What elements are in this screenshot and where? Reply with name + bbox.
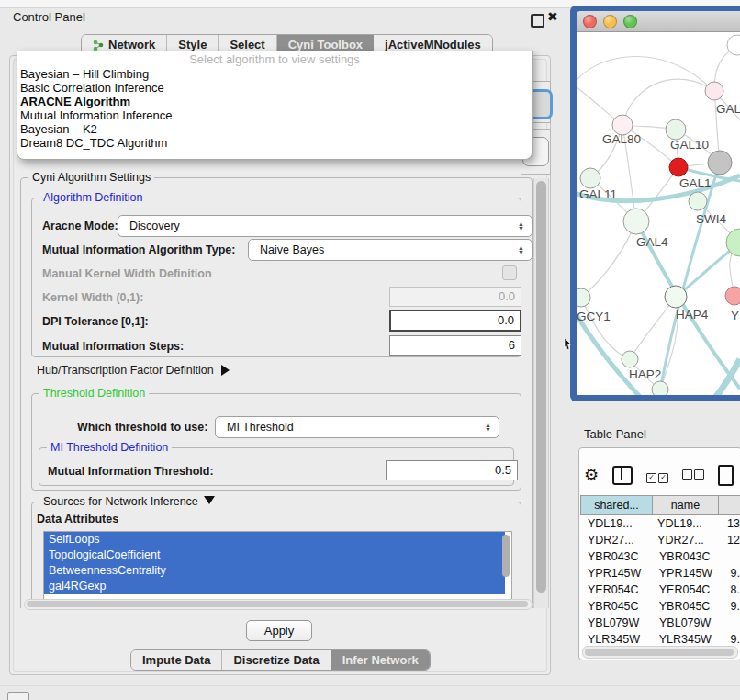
network-node-hap2[interactable] — [622, 351, 638, 367]
network-node-y[interactable] — [725, 287, 740, 305]
table-row[interactable]: YPR145WYPR145W9. — [580, 565, 740, 581]
network-node-gal4[interactable] — [623, 209, 649, 234]
network-node-label: GAL — [716, 102, 740, 116]
table-panel-title: Table Panel — [584, 427, 646, 441]
hub-definition-toggle[interactable]: Hub/Transcription Factor Definition — [37, 364, 230, 377]
column-header-cut[interactable] — [719, 495, 740, 515]
attribute-item[interactable]: gal4RGexp — [44, 579, 505, 594]
table-cell: YDL19... — [580, 515, 654, 532]
which-threshold-combo[interactable]: MI Threshold ▲▼ — [215, 416, 499, 438]
columns-icon[interactable] — [612, 466, 633, 485]
threshold-definition-title: Threshold Definition — [39, 387, 149, 400]
tab-infer-network[interactable]: Infer Network — [331, 650, 430, 670]
top-strip-divider — [196, 0, 196, 7]
table-cell: YLR345W — [580, 631, 656, 645]
settings-vscrollbar-thumb[interactable] — [536, 181, 546, 593]
mi-type-combo[interactable]: Naive Bayes ▲▼ — [248, 239, 533, 261]
table-cell: YBR043C — [580, 548, 656, 565]
float-window-icon[interactable] — [531, 14, 544, 28]
minimize-traffic-light[interactable] — [603, 15, 617, 28]
manual-kernel-checkbox[interactable] — [502, 265, 517, 280]
network-node-label: GAL1 — [679, 176, 712, 190]
network-node-gcy1[interactable] — [577, 288, 590, 307]
table-row[interactable]: YLR345WYLR345W9. — [580, 631, 740, 645]
deselect-all-columns-icon[interactable] — [682, 467, 704, 483]
dpi-tolerance-input[interactable]: 0.0 — [389, 310, 521, 332]
select-all-columns-icon[interactable]: ✓✓ — [646, 467, 668, 483]
combo-arrows-icon: ▲▼ — [485, 423, 491, 432]
settings-hscrollbar-track[interactable] — [24, 599, 533, 610]
settings-vscrollbar-track[interactable] — [533, 178, 549, 608]
network-node[interactable] — [727, 35, 740, 55]
algorithm-option[interactable]: Bayesian – K2 — [17, 122, 532, 136]
table-cell: YBR043C — [656, 548, 727, 565]
table-cell: YER054C — [580, 581, 656, 598]
manual-kernel-label: Manual Kernel Width Definition — [42, 267, 212, 280]
attribute-item[interactable]: SelfLoops — [44, 532, 505, 548]
network-node-label: Y — [731, 309, 739, 322]
screenshot-root: Control Panel ✖ Network Style Select Cyn… — [0, 0, 740, 700]
network-node[interactable] — [708, 151, 732, 175]
network-node-gal1[interactable] — [669, 158, 688, 176]
apply-button[interactable]: Apply — [246, 620, 312, 641]
network-node-hap4[interactable] — [665, 286, 687, 308]
attributes-scrollbar-thumb[interactable] — [502, 535, 510, 577]
network-view[interactable]: GALGAL80GAL10GAL1GAL11SWI4GAL4GCY1HAP4YH… — [577, 32, 740, 395]
network-edge — [577, 56, 714, 91]
algorithm-option[interactable]: ARACNE Algorithm — [17, 95, 532, 108]
aracne-mode-value: Discovery — [129, 220, 180, 232]
attribute-item[interactable]: TopologicalCoefficient — [44, 548, 505, 563]
mi-steps-input[interactable]: 6 — [389, 335, 521, 356]
settings-hscrollbar-thumb[interactable] — [27, 601, 528, 607]
mi-type-label: Mutual Information Algorithm Type: — [42, 243, 235, 256]
attribute-item[interactable]: BetweennessCentrality — [44, 563, 505, 579]
algorithm-option[interactable]: Mutual Information Inference — [17, 108, 532, 122]
network-node-gal11[interactable] — [580, 168, 600, 188]
algorithm-option[interactable]: Dream8 DC_TDC Algorithm — [17, 136, 532, 150]
table-hscrollbar-thumb[interactable] — [585, 649, 734, 656]
combo-arrows-icon: ▲▼ — [518, 221, 524, 231]
kernel-width-input[interactable]: 0.0 — [389, 287, 521, 307]
bottom-tabbar: Impute Data Discretize Data Infer Networ… — [130, 649, 431, 671]
gear-icon[interactable]: ⚙ — [584, 465, 599, 485]
file-icon[interactable] — [718, 465, 734, 486]
network-node-label: HAP2 — [629, 367, 661, 381]
tab-impute-data[interactable]: Impute Data — [131, 650, 222, 670]
network-node-swi4[interactable] — [689, 192, 707, 210]
aracne-mode-combo[interactable]: Discovery ▲▼ — [118, 215, 533, 237]
table-cell: YDR27... — [580, 532, 654, 548]
algorithm-option[interactable]: Basic Correlation Inference — [17, 81, 532, 95]
mi-threshold-input[interactable]: 0.5 — [386, 460, 518, 480]
tab-discretize-data[interactable]: Discretize Data — [222, 650, 331, 670]
table-cell: YLR345W — [656, 631, 727, 645]
network-node[interactable] — [652, 381, 668, 395]
column-header-shared-name[interactable]: shared... — [580, 495, 653, 515]
table-row[interactable]: YER054CYER054C8. — [580, 581, 740, 598]
table-hscrollbar-track[interactable] — [582, 646, 738, 659]
network-window-titlebar[interactable] — [577, 11, 740, 32]
table-row[interactable]: YDR27...YDR27...12 — [580, 532, 740, 548]
table-cell: YER054C — [656, 581, 727, 598]
table-cell: YBL079W — [656, 615, 727, 631]
table-row[interactable]: YBR043CYBR043C — [580, 548, 740, 565]
data-attributes-label: Data Attributes — [37, 513, 118, 525]
sources-title[interactable]: Sources for Network Inference — [39, 495, 219, 508]
network-tab-icon — [93, 40, 104, 51]
mi-steps-label: Mutual Information Steps: — [42, 340, 184, 353]
network-node-gal10[interactable] — [666, 119, 686, 140]
table-row[interactable]: YBR045CYBR045C9. — [580, 598, 740, 615]
column-header-name[interactable]: name — [653, 495, 719, 515]
table-cell: YBR045C — [656, 598, 727, 615]
table-cell: YBR045C — [580, 598, 656, 615]
bottom-partial-icon[interactable] — [7, 692, 29, 700]
zoom-traffic-light[interactable] — [623, 15, 637, 28]
close-icon[interactable]: ✖ — [547, 9, 558, 24]
network-node-label: GAL11 — [579, 187, 617, 201]
table-cell: 13 — [723, 515, 740, 532]
algorithm-option[interactable]: Bayesian – Hill Climbing — [17, 67, 532, 81]
close-traffic-light[interactable] — [583, 15, 597, 28]
network-node-gal[interactable] — [705, 82, 723, 100]
table-row[interactable]: YDL19...YDL19...13 — [580, 515, 740, 532]
data-attributes-list: SelfLoopsTopologicalCoefficientBetweenne… — [43, 531, 512, 601]
table-row[interactable]: YBL079WYBL079W — [580, 615, 740, 631]
